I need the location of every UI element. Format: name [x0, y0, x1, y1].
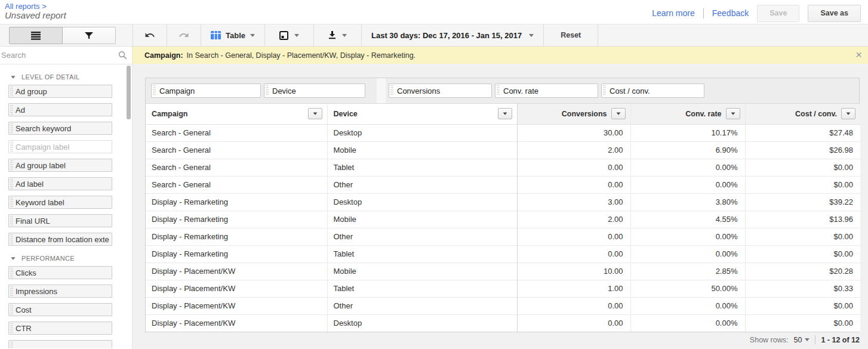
reset-button[interactable]: Reset — [543, 24, 598, 46]
table-row: Display - Placement/KWOther0.000.00%$0.0… — [146, 297, 860, 314]
page-title: Unsaved report — [5, 10, 66, 20]
field-chip[interactable]: Distance from location exte — [8, 233, 112, 246]
section-performance[interactable]: PERFORMANCE — [0, 251, 132, 266]
search-input[interactable] — [0, 47, 132, 64]
chip-label: Device — [272, 87, 296, 95]
field-chip[interactable]: CTR — [8, 322, 112, 335]
reset-label: Reset — [561, 31, 581, 39]
table-row: Search - GeneralTablet0.000.00%$0.00 — [146, 159, 860, 176]
field-chip-label: Keyword label — [16, 198, 64, 207]
feedback-link[interactable]: Feedback — [712, 8, 749, 18]
caret-down-icon — [503, 113, 507, 115]
undo-button[interactable] — [133, 24, 167, 46]
filter-bar[interactable]: Campaign: In Search - General, Display -… — [133, 47, 868, 64]
date-range-dropdown[interactable]: Last 30 days: Dec 17, 2016 - Jan 15, 201… — [361, 24, 543, 46]
caret-down-icon — [294, 34, 299, 37]
chart-type-dropdown[interactable]: Table — [201, 24, 264, 46]
collapse-triangle-icon — [11, 76, 15, 79]
field-chip-label: Ad — [16, 106, 25, 115]
table-row: Display - RemarketingOther0.000.00%$0.00 — [146, 228, 860, 245]
save-as-button[interactable]: Save as — [808, 5, 861, 22]
report-table: Campaign Device Conversions Conv. rate — [146, 104, 860, 332]
field-chip[interactable] — [8, 340, 112, 348]
column-menu-button[interactable] — [841, 108, 855, 119]
show-rows-dropdown[interactable]: 50 — [793, 336, 809, 344]
divider — [703, 8, 704, 18]
section-level-of-detail[interactable]: LEVEL OF DETAIL — [0, 70, 132, 85]
chip-label: Conversions — [397, 87, 440, 95]
field-chip[interactable]: Cost — [8, 303, 112, 316]
column-header-cost-per-conv: Cost / conv. — [745, 104, 860, 124]
column-header-conversions: Conversions — [517, 104, 630, 124]
field-chip-label: Campaign label — [16, 143, 69, 152]
column-header-conv-rate: Conv. rate — [630, 104, 745, 124]
data-panel-button[interactable] — [9, 27, 63, 44]
redo-icon — [178, 30, 190, 41]
learn-more-link[interactable]: Learn more — [652, 8, 695, 18]
date-segment-dropdown[interactable] — [264, 24, 313, 46]
field-sidebar: LEVEL OF DETAIL Ad group Ad Search keywo… — [0, 47, 133, 349]
pagination-bar: Show rows: 50 1 - 12 of 12 — [750, 335, 860, 344]
section-title: PERFORMANCE — [21, 255, 75, 262]
table-row: Display - RemarketingMobile2.004.55%$13.… — [146, 211, 860, 228]
filter-panel-button[interactable] — [62, 27, 116, 44]
show-rows-value: 50 — [793, 336, 802, 344]
calendar-icon — [279, 31, 288, 40]
column-menu-button[interactable] — [611, 108, 626, 119]
field-list: LEVEL OF DETAIL Ad group Ad Search keywo… — [0, 64, 132, 348]
field-chip[interactable]: Ad label — [8, 177, 112, 190]
column-label: Device — [334, 110, 358, 118]
sidebar-scrollbar[interactable] — [127, 66, 131, 119]
download-dropdown[interactable] — [313, 24, 361, 46]
close-icon[interactable]: × — [855, 48, 862, 62]
metric-chip-conv-rate[interactable]: Conv. rate — [495, 84, 598, 98]
table-row: Display - RemarketingDesktop3.003.80%$39… — [146, 193, 860, 211]
filter-value: In Search - General, Display - Placement… — [187, 51, 415, 60]
field-chip-label: CTR — [16, 324, 32, 333]
column-menu-button[interactable] — [498, 108, 512, 119]
caret-down-icon — [847, 113, 851, 115]
toolbar-buttons: Table Last 30 days: Dec 17, 2016 - — [133, 24, 598, 46]
field-chip[interactable]: Impressions — [8, 285, 112, 298]
save-button[interactable]: Save — [757, 5, 799, 22]
caret-down-icon — [313, 113, 317, 115]
redo-button[interactable] — [167, 24, 201, 46]
field-chip-label: Search keyword — [16, 124, 71, 133]
field-chip-label: Distance from location exte — [16, 235, 109, 244]
field-chip-label: Ad group — [16, 87, 47, 96]
caret-down-icon — [805, 338, 809, 341]
field-chip[interactable]: Search keyword — [8, 122, 112, 135]
field-chip[interactable]: Final URL — [8, 214, 112, 227]
field-chip: Campaign label — [8, 140, 112, 153]
list-icon — [31, 32, 41, 40]
zone-divider — [377, 78, 386, 103]
caret-down-icon — [342, 34, 347, 37]
filter-funnel-icon — [85, 32, 93, 39]
field-chip[interactable]: Ad — [8, 103, 112, 116]
dimension-chip-campaign[interactable]: Campaign — [151, 84, 261, 98]
field-chip[interactable]: Clicks — [8, 266, 112, 279]
field-chip-label: Ad group label — [16, 161, 66, 170]
field-chip[interactable]: Ad group — [8, 85, 112, 98]
field-chip-label: Clicks — [16, 268, 36, 277]
field-chip-label: Ad label — [16, 180, 44, 189]
dimension-chip-device[interactable]: Device — [264, 84, 365, 98]
field-chip[interactable]: Keyword label — [8, 196, 112, 209]
column-menu-button[interactable] — [308, 108, 322, 119]
caret-down-icon — [616, 113, 620, 115]
breadcrumb[interactable]: All reports > — [5, 2, 47, 11]
chip-label: Conv. rate — [503, 87, 538, 95]
column-menu-button[interactable] — [726, 108, 740, 119]
table-row: Display - Placement/KWTablet1.0050.00%$0… — [146, 280, 860, 297]
chip-drop-zone: Campaign Device Conversions Conv. rate C… — [146, 78, 859, 104]
caret-down-icon — [250, 34, 255, 37]
top-header: All reports > Unsaved report Learn more … — [0, 0, 868, 24]
search-icon — [118, 51, 127, 60]
download-icon — [328, 31, 336, 39]
table-row: Search - GeneralDesktop30.0010.17%$27.48 — [146, 124, 860, 141]
column-label: Conversions — [562, 110, 607, 118]
field-chip[interactable]: Ad group label — [8, 159, 112, 172]
metric-chip-conversions[interactable]: Conversions — [389, 84, 492, 98]
table-row: Display - Placement/KWDesktop0.000.00%$0… — [146, 314, 860, 332]
metric-chip-cost-per-conv[interactable]: Cost / conv. — [601, 84, 704, 98]
